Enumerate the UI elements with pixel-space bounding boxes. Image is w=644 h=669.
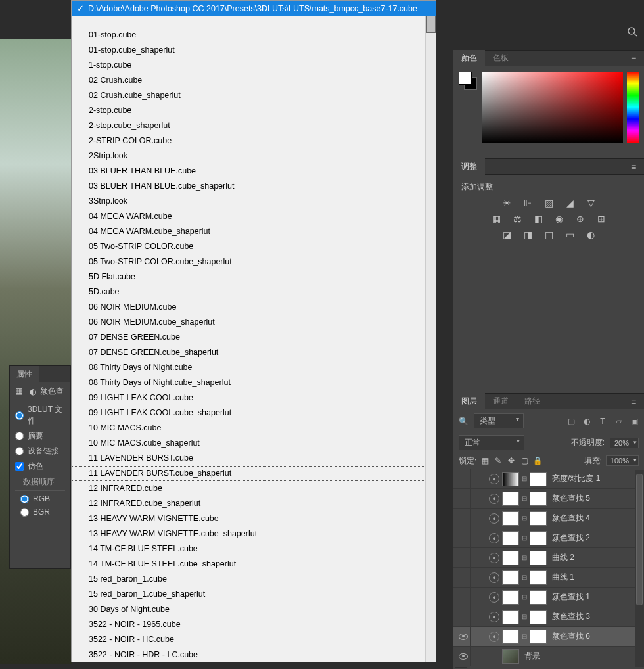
radio-bgr[interactable]: BGR xyxy=(15,505,65,519)
lut-item[interactable]: 13 HEAVY WARM VIGNETTE.cube xyxy=(72,511,436,526)
panel-menu-icon[interactable] xyxy=(631,55,640,61)
tab-paths[interactable]: 路径 xyxy=(517,393,548,409)
selective-color-icon[interactable]: ◐ xyxy=(585,229,597,240)
layer-row[interactable]: ●⊟颜色查找 3 xyxy=(453,607,644,627)
curves-icon[interactable]: ▨ xyxy=(543,198,555,208)
filter-adjust-icon[interactable]: ◐ xyxy=(582,417,591,426)
lut-item[interactable]: 03 BLUER THAN BLUE.cube_shaperlut xyxy=(72,179,436,194)
layer-name-label[interactable]: 颜色查找 6 xyxy=(552,631,590,642)
lut-item[interactable]: 06 NOIR MEDIUM.cube_shaperlut xyxy=(72,315,436,330)
radio-abstract-input[interactable] xyxy=(15,432,24,440)
layer-thumbnail[interactable] xyxy=(502,492,519,506)
layer-name-label[interactable]: 颜色查找 1 xyxy=(552,591,590,603)
gradient-map-icon[interactable]: ▭ xyxy=(564,229,576,240)
radio-3dlut-input[interactable] xyxy=(15,411,24,420)
lock-all-icon[interactable]: 🔒 xyxy=(533,456,542,465)
exposure-icon[interactable]: ◢ xyxy=(564,198,576,208)
lut-item[interactable]: 09 LIGHT LEAK COOL.cube_shaperlut xyxy=(72,405,436,421)
color-lookup-icon[interactable]: ⊞ xyxy=(595,214,607,224)
fill-field[interactable]: 100% xyxy=(606,455,639,466)
lut-item[interactable]: 15 red_baron_1.cube xyxy=(72,572,436,587)
posterize-icon[interactable]: ◨ xyxy=(522,229,534,240)
lut-dropdown-selected[interactable]: ✓ D:\Adobe\Adobe Photoshop CC 2017\Prese… xyxy=(72,1,436,16)
tab-channels[interactable]: 通道 xyxy=(485,393,517,409)
lut-item[interactable]: 1-stop.cube xyxy=(72,58,436,73)
layer-name-label[interactable]: 亮度/对比度 1 xyxy=(552,473,600,484)
layer-name-label[interactable]: 颜色查找 2 xyxy=(552,532,590,543)
vibrance-icon[interactable]: ▽ xyxy=(585,198,597,208)
radio-rgb-input[interactable] xyxy=(20,495,29,503)
lut-item[interactable]: 30 Days of Night.cube xyxy=(72,602,436,617)
layer-thumbnail[interactable] xyxy=(502,649,519,664)
layer-thumbnail[interactable] xyxy=(502,590,519,605)
lut-item[interactable]: 05 Two-STRIP COLOR.cube xyxy=(72,239,436,254)
lut-item[interactable]: 07 DENSE GREEN.cube_shaperlut xyxy=(72,345,436,360)
filter-smart-icon[interactable]: ▣ xyxy=(630,417,639,426)
tab-color[interactable]: 颜色 xyxy=(453,50,485,66)
lut-item[interactable]: 2-STRIP COLOR.cube xyxy=(72,133,436,149)
layer-name-label[interactable]: 颜色查找 3 xyxy=(552,611,590,622)
layer-type-filter[interactable]: 类型 xyxy=(474,413,524,428)
brightness-icon[interactable]: ☀ xyxy=(501,198,513,208)
invert-icon[interactable]: ◪ xyxy=(501,229,513,240)
layer-row[interactable]: 背景 xyxy=(453,647,644,666)
lut-item[interactable]: 15 red_baron_1.cube_shaperlut xyxy=(72,587,436,602)
lut-item[interactable]: 3522 - NOIR - 1965.cube xyxy=(72,617,436,632)
lut-item[interactable]: 07 DENSE GREEN.cube xyxy=(72,330,436,345)
layer-mask-thumbnail[interactable] xyxy=(530,551,547,565)
lut-item[interactable]: 11 LAVENDER BURST.cube xyxy=(72,451,436,466)
radio-rgb[interactable]: RGB xyxy=(15,492,65,505)
layer-thumbnail[interactable] xyxy=(502,531,519,545)
layer-visibility-toggle[interactable] xyxy=(456,588,471,607)
tab-adjustments[interactable]: 调整 xyxy=(453,158,485,175)
lut-item[interactable]: 12 INFRARED.cube_shaperlut xyxy=(72,496,436,511)
layer-row[interactable]: ●⊟颜色查找 4 xyxy=(453,509,644,528)
layer-thumbnail[interactable] xyxy=(502,472,519,486)
layer-thumbnail[interactable] xyxy=(502,610,519,624)
tab-properties[interactable]: 属性 xyxy=(10,366,39,382)
layer-thumbnail[interactable] xyxy=(502,570,519,585)
layer-row[interactable]: ●⊟曲线 2 xyxy=(453,548,644,568)
fx-icon[interactable]: ● xyxy=(489,572,499,583)
layer-visibility-toggle[interactable] xyxy=(456,469,471,488)
layer-thumbnail[interactable] xyxy=(502,630,519,644)
layer-row[interactable]: ●⊟颜色查找 5 xyxy=(453,489,644,509)
lut-item[interactable]: 3Strip.look xyxy=(72,194,436,209)
lut-item[interactable]: 2Strip.look xyxy=(72,149,436,164)
layer-mask-thumbnail[interactable] xyxy=(530,492,547,506)
fx-icon[interactable]: ● xyxy=(489,533,499,543)
fx-icon[interactable]: ● xyxy=(489,612,499,622)
layer-mask-thumbnail[interactable] xyxy=(530,531,547,545)
lut-item[interactable]: 02 Crush.cube xyxy=(72,73,436,88)
lut-item[interactable]: 3522 - NOIR - HDR - LC.cube xyxy=(72,647,436,662)
fg-bg-color-swatch[interactable] xyxy=(459,72,478,91)
lut-item[interactable]: 05 Two-STRIP COLOR.cube_shaperlut xyxy=(72,254,436,269)
panel-menu-icon[interactable] xyxy=(631,163,640,170)
lut-item[interactable]: 08 Thirty Days of Night.cube_shaperlut xyxy=(72,375,436,390)
lut-item[interactable]: 03 BLUER THAN BLUE.cube xyxy=(72,164,436,179)
scrollbar-thumb[interactable] xyxy=(636,474,643,605)
lut-item[interactable]: 2-stop.cube_shaperlut xyxy=(72,118,436,133)
lut-item[interactable]: 08 Thirty Days of Night.cube xyxy=(72,360,436,375)
lut-item[interactable]: 01-stop.cube xyxy=(72,28,436,43)
radio-device-input[interactable] xyxy=(15,447,24,455)
layer-mask-thumbnail[interactable] xyxy=(530,511,547,526)
lut-item[interactable]: 10 MIC MACS.cube xyxy=(72,421,436,436)
fx-icon[interactable]: ● xyxy=(489,632,499,642)
opacity-field[interactable]: 20% xyxy=(610,438,639,448)
lut-item[interactable]: 14 TM-CF BLUE STEEL.cube_shaperlut xyxy=(72,557,436,572)
layer-name-label[interactable]: 背景 xyxy=(524,651,540,662)
lut-item[interactable]: 5D.cube xyxy=(72,285,436,300)
radio-device-link[interactable]: 设备链接 xyxy=(10,444,70,459)
fx-icon[interactable]: ● xyxy=(489,474,499,484)
lut-item[interactable]: 11 LAVENDER BURST.cube_shaperlut xyxy=(72,466,436,481)
layer-visibility-toggle[interactable] xyxy=(456,607,471,626)
layer-mask-thumbnail[interactable] xyxy=(530,472,547,486)
lut-item[interactable]: 01-stop.cube_shaperlut xyxy=(72,43,436,58)
canvas-image-area[interactable] xyxy=(0,39,72,664)
layer-visibility-toggle[interactable] xyxy=(456,489,471,508)
layer-thumbnail[interactable] xyxy=(502,551,519,565)
lut-item[interactable]: 04 MEGA WARM.cube_shaperlut xyxy=(72,224,436,239)
filter-text-icon[interactable]: T xyxy=(598,417,607,426)
layer-name-label[interactable]: 颜色查找 5 xyxy=(552,493,590,504)
